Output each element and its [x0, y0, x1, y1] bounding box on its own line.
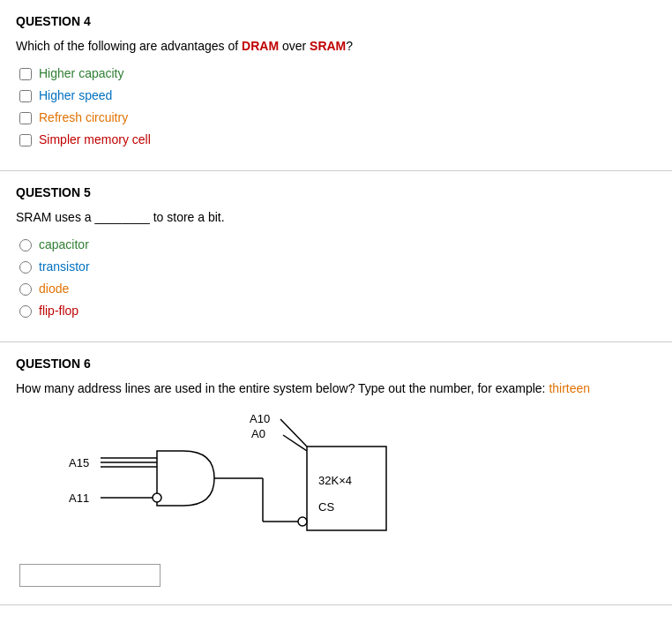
cs-label: CS: [318, 500, 334, 514]
q4-option-3: Refresh circuitry: [19, 109, 656, 127]
q5-label-2: transistor: [39, 258, 90, 276]
q5-options: capacitor transistor diode flip-flop: [16, 236, 656, 320]
q5-option-2: transistor: [19, 258, 656, 276]
chip-label: 32K×4: [318, 474, 352, 487]
q4-text: Which of the following are advantages of…: [16, 37, 656, 56]
circuit-diagram: A15 A11 A10 A0: [69, 407, 439, 548]
svg-point-4: [153, 493, 161, 502]
q6-text: How many address lines are used in the e…: [16, 379, 656, 398]
q5-radio-3[interactable]: [19, 283, 32, 296]
q4-text-over: over: [279, 39, 310, 53]
q4-checkbox-2[interactable]: [19, 90, 32, 102]
a10-label-text: A10: [250, 412, 270, 425]
q5-text: SRAM uses a ________ to store a bit.: [16, 208, 656, 227]
q4-label-3: Refresh circuitry: [39, 109, 128, 127]
q4-label-1: Higher capacity: [39, 64, 124, 83]
q5-radio-4[interactable]: [19, 305, 32, 318]
a0-label-text: A0: [251, 427, 265, 440]
a15-label: A15: [69, 456, 89, 469]
q4-dram: DRAM: [242, 39, 279, 53]
q5-text-after: to store a bit.: [150, 210, 225, 224]
q5-label-3: diode: [39, 280, 69, 298]
q5-text-before: SRAM uses a: [16, 210, 94, 224]
q4-checkbox-3[interactable]: [19, 112, 32, 124]
a11-label: A11: [69, 492, 89, 505]
q4-title: QUESTION 4: [16, 14, 656, 28]
q4-option-2: Higher speed: [19, 86, 656, 105]
q4-text-before: Which of the following are advantages of: [16, 39, 242, 53]
question-4-block: QUESTION 4 Which of the following are ad…: [0, 0, 672, 171]
q4-sram: SRAM: [310, 39, 346, 53]
q4-label-2: Higher speed: [39, 86, 112, 105]
q5-label-4: flip-flop: [39, 302, 78, 320]
q5-title: QUESTION 5: [16, 185, 656, 199]
q5-radio-1[interactable]: [19, 239, 32, 251]
q6-answer-input[interactable]: [19, 564, 161, 587]
q5-option-1: capacitor: [19, 236, 656, 254]
q5-option-3: diode: [19, 280, 656, 298]
circuit-svg: A15 A11 A10 A0: [69, 407, 422, 544]
q5-radio-2[interactable]: [19, 261, 32, 274]
q4-option-4: Simpler memory cell: [19, 131, 656, 149]
q4-label-4: Simpler memory cell: [39, 131, 151, 149]
q4-checkbox-1[interactable]: [19, 68, 32, 80]
q5-option-4: flip-flop: [19, 302, 656, 320]
question-5-block: QUESTION 5 SRAM uses a ________ to store…: [0, 171, 672, 342]
q4-options: Higher capacity Higher speed Refresh cir…: [16, 64, 656, 149]
q6-text-main: How many address lines are used in the e…: [16, 381, 549, 395]
q4-option-1: Higher capacity: [19, 64, 656, 83]
q6-title: QUESTION 6: [16, 357, 656, 371]
q5-label-1: capacitor: [39, 236, 89, 254]
q6-example: thirteen: [549, 381, 590, 395]
question-6-block: QUESTION 6 How many address lines are us…: [0, 342, 672, 605]
svg-rect-10: [307, 447, 386, 530]
svg-point-11: [298, 517, 307, 526]
q5-blank: ________: [94, 210, 149, 224]
q4-checkbox-4[interactable]: [19, 134, 32, 146]
q4-text-end: ?: [346, 39, 353, 53]
